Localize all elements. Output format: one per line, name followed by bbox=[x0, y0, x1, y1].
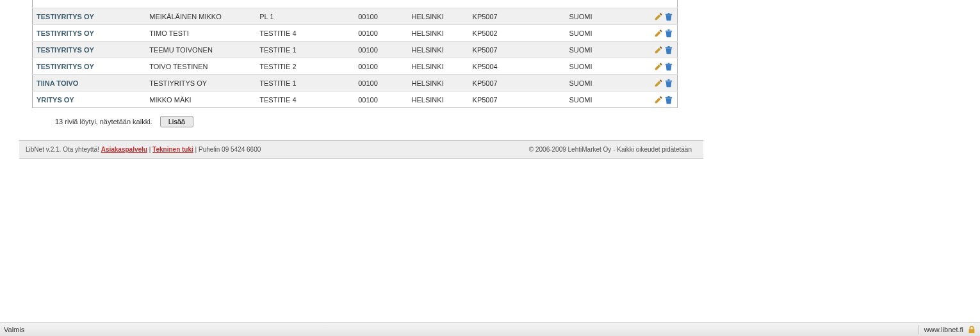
contact-cell: TEEMU TOIVONEN bbox=[145, 42, 256, 58]
table-row: TESTIYRITYS OYTEEMU TOIVONENTESTITIE 100… bbox=[33, 42, 678, 58]
svg-rect-9 bbox=[667, 79, 670, 80]
status-text: Valmis bbox=[4, 326, 24, 333]
city-cell: HELSINKI bbox=[408, 92, 469, 108]
contact-cell: TIMO TESTI bbox=[145, 25, 256, 42]
address-cell: PL 1 bbox=[256, 8, 354, 25]
code-cell: KP5007 bbox=[469, 92, 566, 108]
svg-rect-8 bbox=[666, 80, 673, 81]
svg-rect-3 bbox=[667, 29, 670, 30]
tech-support-link[interactable]: Tekninen tuki bbox=[152, 146, 193, 153]
edit-icon[interactable] bbox=[654, 45, 663, 54]
company-link[interactable]: TESTIYRITYS OY bbox=[37, 29, 94, 37]
table-row: TESTIYRITYS OYTIMO TESTITESTITIE 400100H… bbox=[33, 25, 678, 42]
contact-cell: MEIKÄLÄINEN MIKKO bbox=[145, 8, 256, 25]
address-cell: TESTITIE 4 bbox=[256, 25, 354, 42]
table-row: YRITYS OYMIKKO MÄKITESTITIE 400100HELSIN… bbox=[33, 92, 678, 108]
city-cell: HELSINKI bbox=[408, 58, 469, 75]
delete-icon[interactable] bbox=[664, 12, 673, 21]
country-cell: SUOMI bbox=[565, 42, 640, 58]
customer-service-link[interactable]: Asiakaspalvelu bbox=[101, 146, 147, 153]
footer-version: LibNet v.2.1. Ota yhteyttä! bbox=[26, 146, 101, 153]
postal-cell: 00100 bbox=[354, 25, 407, 42]
edit-icon[interactable] bbox=[654, 62, 663, 71]
svg-rect-7 bbox=[667, 62, 670, 63]
footer: LibNet v.2.1. Ota yhteyttä! Asiakaspalve… bbox=[19, 140, 703, 159]
delete-icon[interactable] bbox=[664, 79, 673, 88]
contact-cell: MIKKO MÄKI bbox=[145, 92, 256, 108]
city-cell: HELSINKI bbox=[408, 25, 469, 42]
delete-icon[interactable] bbox=[664, 45, 673, 54]
edit-icon[interactable] bbox=[654, 29, 663, 38]
svg-rect-5 bbox=[667, 45, 670, 47]
country-cell: SUOMI bbox=[565, 75, 640, 92]
svg-rect-2 bbox=[666, 30, 673, 31]
contact-cell: TESTIYRITYS OY bbox=[145, 75, 256, 92]
company-link[interactable]: YRITYS OY bbox=[37, 96, 74, 104]
delete-icon[interactable] bbox=[664, 29, 673, 38]
company-link[interactable]: TESTIYRITYS OY bbox=[37, 63, 94, 70]
lock-icon bbox=[967, 325, 976, 334]
postal-cell: 00100 bbox=[354, 92, 407, 108]
code-cell: KP5004 bbox=[469, 58, 566, 75]
code-cell: KP5007 bbox=[469, 8, 566, 25]
svg-rect-10 bbox=[666, 97, 673, 98]
company-link[interactable]: TIINA TOIVO bbox=[37, 79, 78, 87]
country-cell: SUOMI bbox=[565, 58, 640, 75]
country-cell: SUOMI bbox=[565, 25, 640, 42]
address-cell: TESTITIE 2 bbox=[256, 58, 354, 75]
svg-rect-4 bbox=[666, 47, 673, 48]
edit-icon[interactable] bbox=[654, 95, 663, 104]
code-cell: KP5002 bbox=[469, 25, 566, 42]
postal-cell: 00100 bbox=[354, 8, 407, 25]
table-row: TESTIYRITYS OYTESTI TIMOTESTITIE00100HEL… bbox=[33, 0, 678, 8]
browser-statusbar: Valmis www.libnet.fi bbox=[0, 323, 980, 336]
svg-rect-1 bbox=[667, 12, 670, 13]
address-cell: TESTITIE 1 bbox=[256, 42, 354, 58]
svg-rect-0 bbox=[666, 13, 673, 15]
city-cell: HELSINKI bbox=[408, 42, 469, 58]
city-cell: HELSINKI bbox=[408, 8, 469, 25]
company-link[interactable]: TESTIYRITYS OY bbox=[37, 46, 94, 54]
edit-icon[interactable] bbox=[654, 79, 663, 88]
company-link[interactable]: TESTIYRITYS OY bbox=[37, 13, 94, 20]
code-cell: KP5007 bbox=[469, 75, 566, 92]
add-button[interactable]: Lisää bbox=[160, 116, 193, 127]
address-cell: TESTITIE 4 bbox=[256, 92, 354, 108]
results-table: TESTIYRITYS OYTESTI TIMOTESTITIE00100HEL… bbox=[32, 0, 678, 108]
address-cell: TESTITIE 1 bbox=[256, 75, 354, 92]
table-row: TIINA TOIVOTESTIYRITYS OYTESTITIE 100100… bbox=[33, 75, 678, 92]
postal-cell: 00100 bbox=[354, 42, 407, 58]
city-cell: HELSINKI bbox=[408, 75, 469, 92]
delete-icon[interactable] bbox=[664, 62, 673, 71]
postal-cell: 00100 bbox=[354, 58, 407, 75]
edit-icon[interactable] bbox=[654, 12, 663, 21]
svg-rect-6 bbox=[666, 63, 673, 65]
table-row: TESTIYRITYS OYMEIKÄLÄINEN MIKKOPL 100100… bbox=[33, 8, 678, 25]
table-row: TESTIYRITYS OYTOIVO TESTINENTESTITIE 200… bbox=[33, 58, 678, 75]
footer-copyright: © 2006-2009 LehtiMarket Oy - Kaikki oike… bbox=[529, 146, 692, 153]
delete-icon[interactable] bbox=[664, 95, 673, 104]
contact-cell: TOIVO TESTINEN bbox=[145, 58, 256, 75]
country-cell: SUOMI bbox=[565, 8, 640, 25]
status-domain: www.libnet.fi bbox=[924, 326, 963, 333]
postal-cell: 00100 bbox=[354, 75, 407, 92]
country-cell: SUOMI bbox=[565, 92, 640, 108]
summary-text: 13 riviä löytyi, näytetään kaikki. bbox=[55, 118, 152, 125]
footer-phone: | Puhelin 09 5424 6600 bbox=[195, 146, 261, 153]
svg-rect-11 bbox=[667, 95, 670, 97]
code-cell: KP5007 bbox=[469, 42, 566, 58]
